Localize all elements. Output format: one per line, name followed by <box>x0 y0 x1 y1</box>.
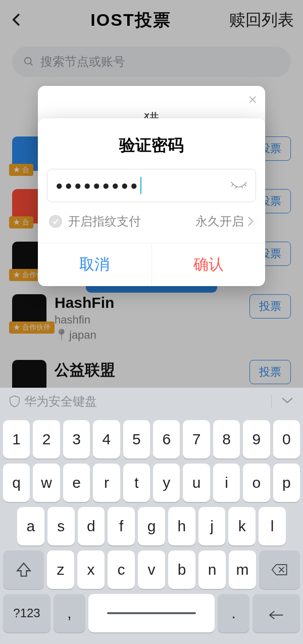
confirm-button[interactable]: 确认 <box>152 243 266 286</box>
password-input[interactable]: ●●●●●●●●● <box>47 169 256 202</box>
key-7[interactable]: 7 <box>183 420 210 458</box>
shield-icon <box>9 395 20 408</box>
key-2[interactable]: 2 <box>33 420 60 458</box>
dialog-title: 验证密码 <box>38 118 265 169</box>
period-key[interactable]: . <box>218 594 249 632</box>
backspace-key[interactable] <box>259 550 300 589</box>
dismiss-keyboard-button[interactable] <box>281 394 294 408</box>
fingerprint-setting-link[interactable]: 永久开启 <box>195 213 254 229</box>
key-k[interactable]: k <box>228 507 256 545</box>
key-8[interactable]: 8 <box>213 420 240 458</box>
key-5[interactable]: 5 <box>123 420 150 458</box>
key-y[interactable]: y <box>153 464 180 502</box>
close-icon[interactable]: × <box>248 91 257 108</box>
chevron-right-icon <box>247 216 254 227</box>
key-q[interactable]: q <box>3 464 30 502</box>
text-caret <box>140 177 141 194</box>
password-dialog: 验证密码 ●●●●●●●●● 开启指纹支付 永久开启 取消 确认 <box>38 118 265 286</box>
key-u[interactable]: u <box>183 464 210 502</box>
key-i[interactable]: i <box>213 464 240 502</box>
enter-key[interactable] <box>252 594 300 632</box>
key-6[interactable]: 6 <box>153 420 180 458</box>
key-x[interactable]: x <box>77 550 105 589</box>
key-s[interactable]: s <box>47 507 75 545</box>
shift-key[interactable] <box>3 550 44 589</box>
keyboard-label: 华为安全键盘 <box>24 393 97 409</box>
key-d[interactable]: d <box>78 507 105 545</box>
key-3[interactable]: 3 <box>63 420 90 458</box>
key-4[interactable]: 4 <box>93 420 120 458</box>
fingerprint-checkbox[interactable] <box>49 215 62 228</box>
space-key[interactable] <box>88 594 215 632</box>
key-1[interactable]: 1 <box>3 420 30 458</box>
key-t[interactable]: t <box>123 464 150 502</box>
password-mask: ●●●●●●●●● <box>56 178 139 193</box>
key-e[interactable]: e <box>63 464 90 502</box>
key-0[interactable]: 0 <box>273 420 300 458</box>
key-b[interactable]: b <box>168 550 195 589</box>
key-w[interactable]: w <box>33 464 60 502</box>
secure-keyboard: 华为安全键盘 1234567890 qwertyuiop asdfghjkl z… <box>0 388 303 644</box>
key-r[interactable]: r <box>93 464 120 502</box>
key-g[interactable]: g <box>138 507 165 545</box>
key-j[interactable]: j <box>198 507 226 545</box>
fingerprint-label: 开启指纹支付 <box>68 213 141 229</box>
comma-key[interactable]: , <box>54 594 85 632</box>
key-o[interactable]: o <box>243 464 270 502</box>
cancel-button[interactable]: 取消 <box>38 243 152 286</box>
key-z[interactable]: z <box>47 550 74 589</box>
toggle-visibility-icon[interactable] <box>230 179 247 192</box>
key-p[interactable]: p <box>273 464 300 502</box>
key-n[interactable]: n <box>198 550 226 589</box>
key-m[interactable]: m <box>229 550 256 589</box>
key-c[interactable]: c <box>108 550 135 589</box>
key-f[interactable]: f <box>108 507 135 545</box>
key-l[interactable]: l <box>259 507 286 545</box>
key-v[interactable]: v <box>138 550 165 589</box>
key-h[interactable]: h <box>168 507 195 545</box>
key-a[interactable]: a <box>17 507 44 545</box>
symbols-key[interactable]: ?123 <box>3 594 50 632</box>
key-9[interactable]: 9 <box>243 420 270 458</box>
